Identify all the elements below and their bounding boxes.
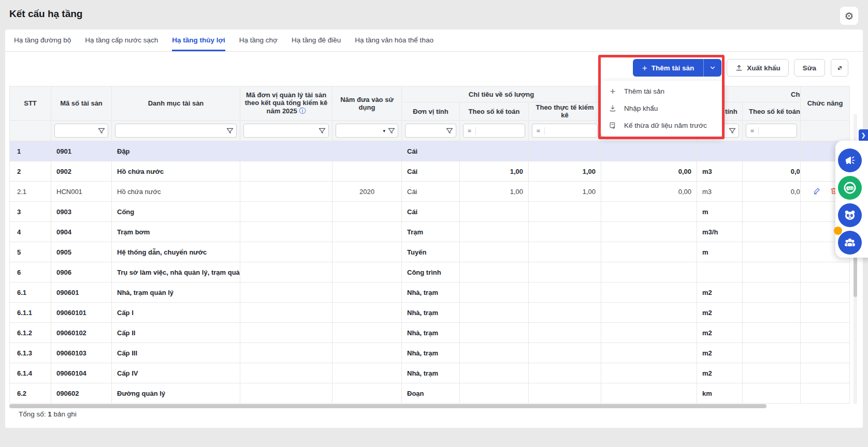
filter-icon[interactable] <box>387 127 396 135</box>
cell-unit1: Cái <box>402 141 460 161</box>
cell-value: 0,00 <box>791 182 801 202</box>
filter-input-ma-don-vi[interactable] <box>246 124 318 137</box>
filter-icon[interactable] <box>97 127 106 135</box>
edit-row-button[interactable] <box>813 186 821 195</box>
table-row[interactable]: 6.2090602Đường quản lýĐoạnkm <box>10 383 850 404</box>
edit-label: Sửa <box>803 64 816 72</box>
cell-value: 1 <box>17 147 21 155</box>
community-widget-button[interactable] <box>838 231 862 255</box>
filter-cell-theo-so-ke-toan-2: = <box>743 121 801 141</box>
record-count: Tổng số: 1 bản ghi <box>19 410 77 418</box>
cell-value: Hồ chứa nước <box>117 188 161 196</box>
filter-select-nam[interactable] <box>338 124 383 137</box>
filter-input-theo-so-ke-toan-2[interactable] <box>759 124 797 137</box>
menu-item-label: Nhập khẩu <box>624 105 658 112</box>
table-row[interactable]: 20902Hồ chứa nướcCái1,001,000,00m30,00 <box>10 161 850 182</box>
cell-year <box>332 141 402 161</box>
add-asset-split-button[interactable]: + Thêm tài sản <box>633 59 721 77</box>
cell-qa <box>460 303 529 323</box>
tab-ha-tang-thuy-loi[interactable]: Hạ tầng thủy lợi <box>172 29 225 51</box>
add-asset-button[interactable]: + Thêm tài sản <box>633 59 704 77</box>
cell-value: m3 <box>702 168 712 175</box>
table-row[interactable]: 30903CốngCáim <box>10 202 850 222</box>
cell-stt: 1 <box>10 141 51 161</box>
cell-unit1: Trạm <box>402 222 460 242</box>
tab-ha-tang-de-dieu[interactable]: Hạ tầng đê điều <box>292 29 341 51</box>
cell-name: Hồ chứa nước <box>112 161 240 182</box>
equals-operator[interactable]: = <box>532 127 545 135</box>
cell-value: Nhà, trạm <box>407 289 438 296</box>
add-asset-label: Thêm tài sản <box>652 64 695 72</box>
settings-button[interactable]: ⚙ <box>840 7 858 25</box>
filter-input-ma-so[interactable] <box>57 124 97 137</box>
cell-year: 2020 <box>332 182 402 202</box>
announcement-widget-button[interactable] <box>838 148 862 172</box>
cell-stt: 2 <box>10 161 51 182</box>
cell-value: m2 <box>702 369 712 377</box>
filter-input-theo-thuc-te[interactable] <box>545 124 597 137</box>
cell-fn <box>801 323 850 343</box>
chat-widget-button[interactable] <box>838 176 862 200</box>
col-header-danh-muc: Danh mục tài sản <box>112 86 240 121</box>
equals-operator[interactable]: = <box>464 127 476 135</box>
cell-unit2 <box>697 262 743 282</box>
tab-ha-tang-van-hoa-the-thao[interactable]: Hạ tầng văn hóa thể thao <box>355 29 433 51</box>
table-row[interactable]: 6.1.309060103Cấp IIINhà, trạmm2 <box>10 343 850 363</box>
info-icon[interactable]: ⓘ <box>299 107 306 115</box>
assistant-bot-widget-button[interactable] <box>838 203 862 227</box>
table-row[interactable]: 10901ĐậpCái <box>10 141 850 161</box>
table-row[interactable]: 6.1090601Nhà, trạm quản lýNhà, trạmm2 <box>10 282 850 303</box>
col-header-theo-thuc-te: Theo thực tế kiểm kê <box>529 102 601 121</box>
caret-down-icon[interactable]: ▾ <box>383 128 385 133</box>
people-group-icon <box>843 236 857 249</box>
edit-mode-button[interactable]: Sửa <box>794 59 825 77</box>
panda-bot-icon <box>843 208 857 222</box>
cell-unit1: Nhà, trạm <box>402 303 460 323</box>
cell-va <box>743 282 801 303</box>
filter-icon[interactable] <box>728 127 736 135</box>
cell-value: Cấp II <box>117 329 135 337</box>
table-row[interactable]: 60906Trụ sở làm việc, nhà quản lý, trạm … <box>10 262 850 282</box>
cell-va <box>743 202 801 222</box>
filter-input-danh-muc[interactable] <box>118 124 226 137</box>
cell-value: 0901 <box>56 147 71 155</box>
table-row[interactable]: 6.1.409060104Cấp IVNhà, trạmm2 <box>10 363 850 383</box>
filter-input-don-vi-tinh[interactable] <box>408 124 445 137</box>
cell-code: 0904 <box>51 222 112 242</box>
cell-qr <box>529 363 601 383</box>
fullscreen-button[interactable] <box>831 59 848 77</box>
horizontal-scrollbar[interactable] <box>9 404 766 408</box>
cell-name: Nhà, trạm quản lý <box>112 282 240 303</box>
cell-qd <box>601 383 697 404</box>
menu-item-ke-thua-du-lieu[interactable]: Kế thừa dữ liệu năm trước <box>601 117 724 134</box>
cell-stt: 6.1.1 <box>10 303 51 323</box>
cell-qr <box>529 262 601 282</box>
cell-year <box>332 323 402 343</box>
filter-icon[interactable] <box>445 127 454 135</box>
filter-icon[interactable] <box>226 127 234 135</box>
filter-icon[interactable] <box>318 127 326 135</box>
cell-value: m <box>702 248 708 256</box>
cell-stt: 6 <box>10 262 51 282</box>
tab-ha-tang-duong-bo[interactable]: Hạ tầng đường bộ <box>14 29 71 51</box>
tab-ha-tang-cap-nuoc-sach[interactable]: Hạ tầng cấp nước sạch <box>85 29 158 51</box>
cell-value: 4 <box>17 228 21 236</box>
equals-operator[interactable]: = <box>746 127 759 135</box>
cell-value: Trạm bơm <box>117 228 150 236</box>
table-row[interactable]: 6.1.109060101Cấp INhà, trạmm2 <box>10 303 850 323</box>
table-row[interactable]: 6.1.209060102Cấp IINhà, trạmm2 <box>10 323 850 343</box>
cell-value: Cấp I <box>117 309 134 317</box>
table-row[interactable]: 2.1HCN001Hồ chứa nước2020Cái1,001,000,00… <box>10 182 850 202</box>
side-panel-toggle[interactable]: ❯ <box>859 129 868 141</box>
cell-fn <box>801 363 850 383</box>
tab-ha-tang-cho[interactable]: Hạ tầng chợ <box>239 29 278 51</box>
export-button[interactable]: Xuất khẩu <box>727 59 789 77</box>
add-asset-dropdown-toggle[interactable] <box>704 59 721 77</box>
menu-item-nhap-khau[interactable]: Nhập khẩu <box>601 100 724 117</box>
table-row[interactable]: 50905Hệ thống dẫn, chuyển nướcTuyếnm <box>10 242 850 262</box>
table-row[interactable]: 40904Trạm bơmTrạmm3/h <box>10 222 850 242</box>
cell-ucode <box>240 323 332 343</box>
menu-item-them-tai-san[interactable]: + Thêm tài sản <box>601 83 724 100</box>
cell-qa <box>460 363 529 383</box>
filter-input-theo-so-ke-toan[interactable] <box>476 124 525 137</box>
